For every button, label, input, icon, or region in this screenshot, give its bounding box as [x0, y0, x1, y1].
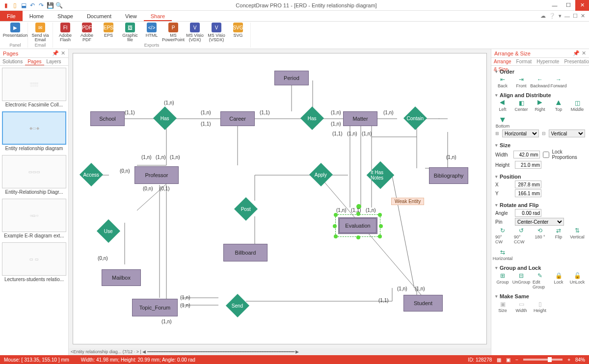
send-email-button[interactable]: ✉Send via Email [30, 23, 51, 43]
presentation-button[interactable]: ▶ Presentation [5, 23, 26, 38]
align-left-button[interactable]: ⯇Left [495, 99, 510, 112]
close-button[interactable]: ✕ [575, 0, 589, 11]
entity-career[interactable]: Career [220, 111, 255, 126]
dist-horizontal-select[interactable]: Horizontal [502, 130, 539, 137]
align-center-button[interactable]: ◧Center [514, 99, 529, 112]
pin-icon[interactable]: 📌 [52, 50, 59, 56]
tab-share[interactable]: Share [144, 11, 172, 21]
close-panel-icon[interactable]: ✕ [582, 50, 586, 56]
width-input[interactable] [513, 151, 540, 158]
section-makesame[interactable]: Make Same [495, 293, 585, 299]
pos-x-input[interactable] [515, 181, 541, 188]
drawing-canvas[interactable]: School Career Period Matter Professor Bi… [73, 53, 487, 344]
export-vsdx-button[interactable]: VMS Visio (VSDX) [206, 23, 227, 43]
export-flash-button[interactable]: FlAdobe Flash [55, 23, 76, 43]
qat-save-icon[interactable]: ⬓ [20, 1, 27, 9]
rotate-cw-button[interactable]: ↻90° CW [495, 227, 510, 244]
pages-tab-layers[interactable]: Layers [44, 58, 64, 65]
rtab-arrange[interactable]: Arrange & Size [491, 58, 514, 65]
flip-vertical-button[interactable]: ⇅Vertical [570, 227, 585, 244]
tab-view[interactable]: View [118, 11, 144, 21]
rotate-ccw-button[interactable]: ↺90° CCW [514, 227, 529, 244]
section-position[interactable]: Position [495, 174, 585, 180]
angle-input[interactable] [515, 209, 541, 217]
edit-group-button[interactable]: ✎Edit Group [533, 272, 547, 289]
section-align[interactable]: Align and Distribute [495, 92, 585, 98]
flip-horizontal-button[interactable]: ⇆Horizontal [495, 248, 510, 261]
page-thumb[interactable]: ▭▭▭Entity-Relationship Diagr... [2, 155, 66, 195]
lock-button[interactable]: 🔒Lock [551, 272, 566, 289]
group-button[interactable]: ⊞Group [495, 272, 510, 289]
flip-button[interactable]: ⇄Flip [551, 227, 566, 244]
qat-undo-icon[interactable]: ↶ [28, 1, 36, 9]
hscroll-tabs[interactable]: < Entity relationship diag... (7/12 · > … [69, 348, 491, 355]
ungroup-button[interactable]: ⊟UnGroup [514, 272, 529, 289]
align-bottom-button[interactable]: ⯆Bottom [495, 116, 510, 129]
pin-select[interactable]: Center-Center [515, 218, 564, 226]
pos-y-input[interactable] [515, 189, 541, 197]
align-middle-button[interactable]: ◫Middle [570, 99, 585, 112]
page-thumb[interactable]: ░░░Electronic Facsimile Coll... [2, 68, 66, 107]
export-ppt-button[interactable]: PMS PowerPoint [163, 23, 184, 43]
maximize-button[interactable]: ☐ [562, 0, 575, 11]
section-order[interactable]: Order [495, 69, 585, 75]
export-graphic-button[interactable]: 🖼Graphic file [120, 23, 140, 43]
page-thumb[interactable]: ○▭○Example E-R diagram ext... [2, 199, 66, 238]
section-group[interactable]: Group and Lock [495, 265, 585, 271]
tab-home[interactable]: Home [23, 11, 51, 21]
qat-save2-icon[interactable]: 💾 [46, 1, 54, 9]
tab-document[interactable]: Document [80, 11, 118, 21]
rtab-presentation[interactable]: Presentation [562, 58, 589, 65]
makesame-size-button[interactable]: ▣Size [495, 300, 510, 313]
export-vdx-button[interactable]: VMS Visio (VDX) [185, 23, 205, 43]
order-forward-button[interactable]: →Forward [551, 76, 566, 88]
dist-vertical-select[interactable]: Vertical [549, 130, 586, 137]
unlock-button[interactable]: 🔓UnLock [570, 272, 585, 289]
entity-topic-forum[interactable]: Topic_Forum [132, 299, 178, 316]
makesame-width-button[interactable]: ▭Width [514, 300, 529, 313]
rtab-hypernote[interactable]: Hypernote [534, 58, 562, 65]
qat-open-icon[interactable]: ▯ [11, 1, 19, 9]
section-size[interactable]: Size [495, 142, 585, 148]
page-thumb[interactable]: ▭ ▭Lecturers-students relatio... [2, 242, 66, 282]
align-top-button[interactable]: ⯅Top [551, 99, 566, 112]
tab-shape[interactable]: Shape [51, 11, 80, 21]
qat-print-icon[interactable]: 🔍 [55, 1, 63, 9]
export-pdf-button[interactable]: PDFAdobe PDF [77, 23, 97, 43]
status-icon[interactable]: ▦ [497, 357, 501, 363]
entity-evaluation[interactable]: Evaluation [338, 217, 377, 234]
rtab-format[interactable]: Format [514, 58, 535, 65]
export-eps-button[interactable]: EPSEPS [98, 23, 119, 43]
entity-matter[interactable]: Matter [343, 111, 377, 126]
pin-icon[interactable]: 📌 [573, 50, 580, 56]
entity-bibliography[interactable]: Bibliography [429, 167, 468, 184]
tab-file[interactable]: File [0, 11, 23, 21]
app-close-icon[interactable]: ✕ [581, 13, 585, 19]
entity-school[interactable]: School [90, 111, 125, 126]
zoom-slider[interactable] [523, 359, 562, 361]
entity-student[interactable]: Student [403, 295, 443, 312]
qat-new-icon[interactable]: ▮ [2, 1, 10, 9]
status-icon[interactable]: ▣ [506, 357, 510, 363]
page-thumb[interactable]: ◆▭◆Entity relationship diagram [2, 111, 66, 151]
help-icon[interactable]: ❔ [549, 13, 556, 19]
makesame-height-button[interactable]: ▯Height [533, 300, 547, 313]
align-right-button[interactable]: ⯈Right [533, 99, 547, 112]
triangle-icon[interactable]: ▾ [559, 13, 562, 19]
entity-mailbox[interactable]: Mailbox [102, 269, 141, 286]
minimize-button[interactable]: — [548, 0, 562, 11]
export-svg-button[interactable]: SVGSVG [228, 23, 248, 43]
entity-billboard[interactable]: Billboard [223, 244, 268, 261]
export-html-button[interactable]: </>HTML [141, 23, 162, 43]
entity-professor[interactable]: Professor [134, 166, 179, 184]
rotate-180-button[interactable]: ⟲180 ° [533, 227, 547, 244]
app-restore-icon[interactable]: ☐ [573, 13, 578, 19]
cloud-icon[interactable]: ☁ [540, 13, 546, 19]
height-input[interactable] [515, 161, 541, 169]
section-rotate[interactable]: Rotate and Flip [495, 202, 585, 208]
close-panel-icon[interactable]: ✕ [61, 50, 65, 56]
qat-redo-icon[interactable]: ↷ [37, 1, 45, 9]
lock-proportions-check[interactable] [543, 152, 549, 158]
app-min-icon[interactable]: — [564, 13, 570, 19]
order-back-button[interactable]: ⇤Back [495, 76, 510, 88]
